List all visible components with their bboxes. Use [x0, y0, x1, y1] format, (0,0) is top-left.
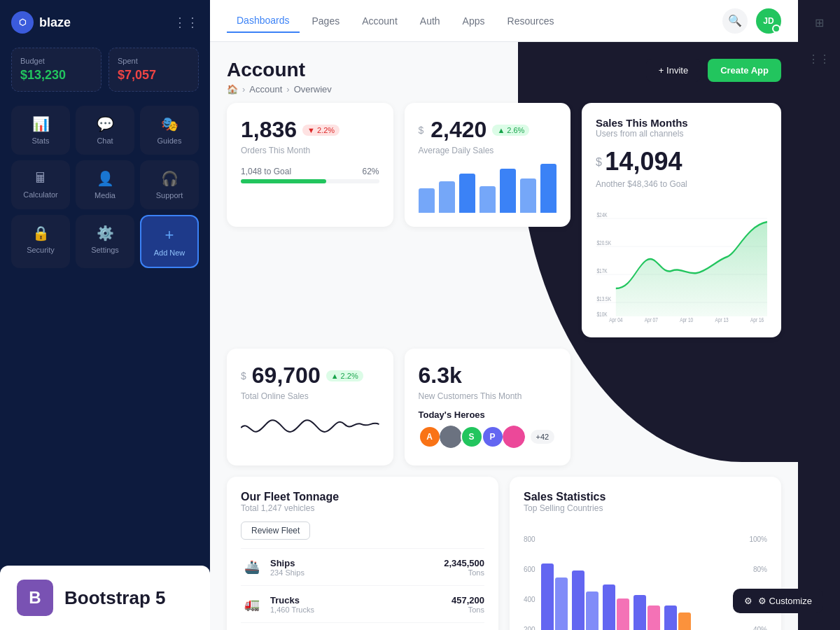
bottom-grid: Our Fleet Tonnage Total 1,247 vehicles R…	[227, 477, 781, 630]
orders-badge: ▼ 2.2%	[302, 125, 340, 136]
breadcrumb: 🏠 › Account › Overwiev	[227, 84, 332, 94]
sales-dollar-sup: $	[596, 156, 602, 168]
heroes-title: Today's Heroes	[419, 410, 557, 420]
ships-name: Ships	[270, 558, 304, 568]
media-icon: 👤	[97, 170, 114, 187]
ships-icon: 🚢	[241, 556, 263, 578]
hero-3: S	[461, 426, 483, 448]
sidebar-item-security[interactable]: 🔒 Security	[11, 215, 70, 268]
breadcrumb-account[interactable]: Account	[249, 84, 282, 94]
trucks-name: Trucks	[270, 595, 314, 606]
sidebar-item-add-new[interactable]: + Add New	[140, 215, 199, 268]
bar-3	[459, 174, 475, 213]
sidebar-item-media[interactable]: 👤 Media	[76, 160, 134, 209]
sales-chart: $24K $20.5K $17K $13.5K $10K	[596, 197, 767, 323]
ships-sub: 234 Ships	[270, 568, 304, 577]
spent-amount: $7,057	[118, 68, 190, 83]
page-title: Account	[227, 59, 332, 81]
budget-amount: $13,230	[20, 68, 92, 83]
user-avatar[interactable]: JD	[756, 8, 781, 34]
sidebar-menu-icon[interactable]: ⋮⋮	[174, 15, 199, 30]
ships-unit: Tons	[444, 568, 484, 577]
invite-button[interactable]: + Invite	[646, 59, 701, 82]
sidebar-item-label: Support	[156, 191, 183, 200]
orders-card: 1,836 ▼ 2.2% Orders This Month 1,048 to …	[227, 103, 393, 227]
sidebar-item-calculator[interactable]: 🖩 Calculator	[11, 160, 70, 209]
heroes-count: +42	[531, 430, 555, 444]
customize-button[interactable]: ⚙ ⚙ Customize	[733, 589, 823, 613]
breadcrumb-home[interactable]: 🏠	[227, 84, 238, 94]
nav-apps[interactable]: Apps	[453, 10, 495, 32]
topnav-links: Dashboards Pages Account Auth Apps Resou…	[227, 9, 564, 33]
progress-pct: 62%	[362, 167, 379, 176]
sidebar-item-chat[interactable]: 💬 Chat	[76, 106, 134, 155]
nav-resources[interactable]: Resources	[498, 10, 564, 32]
svg-text:Apr 07: Apr 07	[645, 316, 658, 323]
trucks-sub: 1,460 Trucks	[270, 606, 314, 614]
sidebar-item-stats[interactable]: 📊 Stats	[11, 106, 70, 155]
breadcrumb-current: Overwiev	[294, 84, 332, 94]
review-fleet-button[interactable]: Review Fleet	[241, 522, 310, 540]
hero-2	[440, 426, 462, 448]
bootstrap-icon: B	[17, 580, 53, 616]
sidebar-item-label: Calculator	[23, 190, 58, 199]
fleet-sub: Total 1,247 vehicles	[241, 503, 484, 513]
svg-text:$24K: $24K	[596, 211, 608, 218]
search-button[interactable]: 🔍	[722, 8, 748, 34]
sales-month-value: 14,094	[605, 147, 682, 176]
orders-label: Orders This Month	[241, 146, 379, 155]
sidebar: ⬡ blaze ⋮⋮ Budget $13,230 Spent $7,057 📊…	[0, 0, 210, 630]
sidebar-item-label: Add New	[154, 248, 186, 257]
online-sales-sparkline	[241, 407, 379, 449]
bar-1	[419, 188, 435, 213]
trucks-icon: 🚛	[241, 593, 263, 615]
right-panel-icon-1[interactable]: ⊞	[808, 11, 830, 34]
svg-text:Apr 10: Apr 10	[680, 316, 694, 323]
nav-pages[interactable]: Pages	[302, 10, 350, 32]
sidebar-item-label: Chat	[97, 136, 113, 145]
svg-text:$17K: $17K	[596, 267, 608, 274]
sales-stats-title: Sales Statistics	[524, 491, 767, 503]
dollar-prefix: $	[419, 125, 424, 136]
svg-text:$10K: $10K	[596, 311, 608, 318]
nav-auth[interactable]: Auth	[410, 10, 450, 32]
sidebar-item-label: Media	[94, 191, 115, 200]
daily-sales-badge: ▲ 2.6%	[492, 125, 529, 136]
sales-month-title: Sales This Months	[596, 117, 767, 129]
budget-card: Budget $13,230	[11, 48, 102, 92]
fleet-planes: ✈️ Planes 8 Aircrafts 1,240 Tons	[241, 622, 484, 630]
security-icon: 🔒	[32, 225, 50, 241]
new-customers-label: New Customers This Month	[419, 391, 557, 401]
hero-5	[503, 426, 525, 448]
sidebar-item-support[interactable]: 🎧 Support	[140, 160, 199, 209]
page-header: Account 🏠 › Account › Overwiev + Invite …	[227, 59, 781, 94]
bar-6	[520, 178, 536, 213]
sales-stats-sub: Top Selling Countries	[524, 503, 767, 513]
budget-label: Budget	[20, 57, 92, 65]
right-panel-icon-2[interactable]: ⋮⋮	[808, 48, 830, 70]
create-app-button[interactable]: Create App	[708, 59, 781, 82]
fleet-ships: 🚢 Ships 234 Ships 2,345,500 Tons	[241, 548, 484, 585]
bootstrap-badge: B Bootstrap 5	[0, 566, 210, 630]
daily-sales-card: $ 2,420 ▲ 2.6% Average Daily Sales	[405, 103, 571, 227]
nav-dashboards[interactable]: Dashboards	[227, 9, 300, 33]
online-sales-value: 69,700	[252, 363, 321, 388]
nav-account[interactable]: Account	[352, 10, 407, 32]
new-customers-card: 6.3k New Customers This Month Today's He…	[405, 349, 571, 465]
sidebar-item-settings[interactable]: ⚙️ Settings	[76, 215, 134, 268]
online-sales-badge: ▲ 2.2%	[326, 370, 363, 382]
sales-stats-chart: 800 600 400 200	[524, 522, 767, 630]
topnav-actions: 🔍 JD	[722, 8, 781, 34]
sidebar-item-guides[interactable]: 🎭 Guides	[140, 106, 199, 155]
new-customers-value: 6.3k	[419, 363, 557, 388]
spent-label: Spent	[118, 57, 190, 65]
daily-sales-chart	[419, 164, 557, 213]
progress-bar-bg	[241, 179, 379, 183]
heroes-row: A S P +42	[419, 426, 557, 448]
svg-text:$20.5K: $20.5K	[596, 239, 611, 246]
main: Dashboards Pages Account Auth Apps Resou…	[210, 0, 798, 630]
sidebar-item-label: Stats	[31, 136, 49, 145]
right-panel: ⊞ ⋮⋮	[798, 0, 840, 630]
chat-icon: 💬	[97, 115, 114, 132]
sales-month-card: Sales This Months Users from all channel…	[582, 103, 781, 337]
